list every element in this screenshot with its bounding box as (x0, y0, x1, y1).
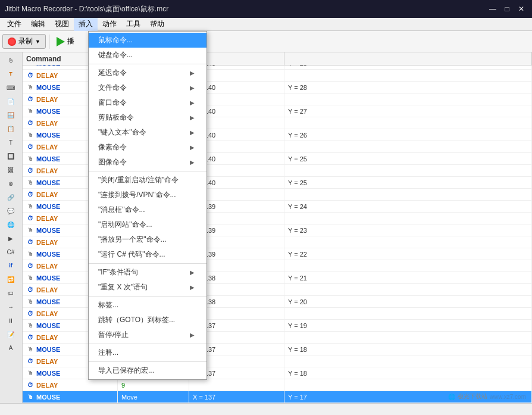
icon-bar-comment[interactable]: 📝 (1, 327, 20, 341)
menu-entry[interactable]: "播放另一个宏"命令... (89, 232, 206, 247)
icon-bar-image[interactable]: 🖼 (1, 163, 20, 176)
cell-y: Y = 26 (284, 129, 532, 141)
icon-bar-macro[interactable]: ▶ (1, 232, 20, 245)
icon-bar-file[interactable]: 📄 (1, 95, 20, 108)
icon-bar-web[interactable]: 🌐 (1, 218, 20, 231)
play-button[interactable]: 播 (52, 33, 79, 51)
icon-bar-if[interactable]: if (1, 259, 20, 272)
cmd-text: MOUSE (36, 251, 60, 258)
cmd-text: DELAY (36, 263, 58, 270)
cmd-text: DELAY (36, 143, 58, 151)
cmd-text: DELAY (36, 310, 58, 317)
title-bar: Jitbit Macro Recorder - D:\tools\桌面\offi… (0, 0, 532, 18)
menu-entry[interactable]: 文件命令▶ (89, 80, 206, 95)
icon-bar-msg[interactable]: 💬 (1, 204, 20, 217)
menu-entry[interactable]: 导入已保存的宏... (89, 363, 206, 378)
menu-view[interactable]: 视图 (50, 18, 74, 31)
cell-y (284, 236, 532, 248)
menu-entry[interactable]: "连接到拨号/VPN"命令... (89, 188, 206, 202)
close-button[interactable]: ✕ (515, 3, 527, 15)
status-bar (0, 403, 532, 415)
cell-y: Y = 23 (284, 224, 532, 236)
icon-bar-label[interactable]: 🏷 (1, 286, 20, 299)
table-row[interactable]: ⏱DELAY9 (23, 379, 532, 391)
menu-help[interactable]: 帮助 (145, 18, 169, 31)
mouse-icon: 🖱 (26, 155, 35, 163)
menu-entry[interactable]: 像素命令▶ (89, 140, 206, 155)
icon-bar-text[interactable]: T (1, 136, 20, 149)
icon-bar-vpn[interactable]: 🔗 (1, 191, 20, 204)
menu-separator (89, 296, 206, 297)
icon-bar-pixel[interactable]: 🔲 (1, 149, 20, 163)
icon-bar-window[interactable]: 🪟 (1, 108, 20, 121)
cell-y: Y = 24 (284, 201, 532, 212)
cell-y: Y = 25 (284, 153, 532, 164)
cell-x (189, 379, 284, 391)
menu-entry-label: 剪贴板命令 (98, 113, 134, 123)
toolbar-sep-1 (49, 35, 49, 49)
cell-y (284, 70, 532, 81)
icon-bar-goto[interactable]: → (1, 300, 20, 313)
submenu-arrow-icon: ▶ (190, 85, 195, 91)
cell-y (284, 93, 532, 105)
menu-entry[interactable]: 窗口命令▶ (89, 95, 206, 110)
menu-bar: 文件 编辑 视图 插入 动作 工具 帮助 (0, 18, 532, 31)
menu-entry[interactable]: 标签... (89, 298, 206, 313)
record-button[interactable]: 录制 ▼ (2, 34, 46, 49)
menu-entry[interactable]: "IF"条件语句▶ (89, 265, 206, 280)
cmd-text: MOUSE (36, 108, 60, 115)
menu-entry-label: 图像命令 (98, 157, 127, 167)
menu-entry-label: "播放另一个宏"命令... (98, 235, 167, 245)
cmd-text: DELAY (36, 358, 58, 365)
menu-entry[interactable]: 跳转（GOTO）到标签... (89, 313, 206, 327)
icon-bar-delay[interactable]: T (1, 67, 20, 80)
submenu-arrow-icon: ▶ (190, 114, 195, 121)
menu-entry-label: 导入已保存的宏... (98, 366, 154, 376)
menu-file[interactable]: 文件 (2, 18, 26, 31)
menu-entry[interactable]: "键入文本"命令▶ (89, 125, 206, 140)
cell-y (284, 260, 532, 272)
cell-y: Y = 22 (284, 248, 532, 260)
menu-entry[interactable]: 延迟命令▶ (89, 65, 206, 80)
mouse-icon: 🖱 (26, 83, 35, 92)
cell-command: ⏱DELAY (23, 379, 118, 391)
icon-bar-close[interactable]: ⊗ (1, 177, 20, 190)
cell-y: Y = 28 (284, 65, 532, 69)
cell-y (284, 141, 532, 152)
icon-bar-keyboard[interactable]: ⌨ (1, 81, 20, 94)
menu-entry-label: "连接到拨号/VPN"命令... (98, 190, 176, 200)
mouse-icon: 🖱 (26, 274, 35, 282)
menu-entry[interactable]: 暂停/停止▶ (89, 327, 206, 342)
menu-entry[interactable]: "关闭/重新启动/注销"命令 (89, 173, 206, 188)
icon-bar-clip[interactable]: 📋 (1, 122, 20, 135)
cmd-text: MOUSE (36, 203, 60, 210)
mouse-icon: 🖱 (26, 322, 35, 330)
icon-bar-import[interactable]: A (1, 341, 20, 354)
menu-edit[interactable]: 编辑 (26, 18, 50, 31)
menu-entry[interactable]: "重复 X 次"语句▶ (89, 280, 206, 295)
menu-entry[interactable]: 键盘命令... (89, 52, 206, 63)
menu-entry-label: 键盘命令... (98, 52, 133, 60)
maximize-button[interactable]: □ (501, 3, 513, 15)
menu-entry[interactable]: 剪贴板命令▶ (89, 110, 206, 125)
icon-bar-mouse[interactable]: 🖱 (1, 54, 20, 67)
menu-action[interactable]: 动作 (98, 18, 121, 31)
menu-entry[interactable]: "运行 C# 代码"命令... (89, 247, 206, 262)
menu-entry[interactable]: "启动网站"命令... (89, 217, 206, 232)
icon-bar-csharp[interactable]: C# (1, 245, 20, 258)
menu-entry[interactable]: "消息框"命令... (89, 202, 206, 217)
icon-bar-loop[interactable]: 🔁 (1, 273, 20, 286)
mouse-icon: 🖱 (26, 250, 35, 258)
minimize-button[interactable]: — (487, 3, 499, 15)
menu-entry[interactable]: 注释... (89, 345, 206, 360)
menu-tools[interactable]: 工具 (121, 18, 145, 31)
cell-y: Y = 28 (284, 82, 532, 93)
watermark: 🌐 极光下载站 www.xz7.com (448, 392, 526, 401)
cell-y: Y = 25 (284, 177, 532, 188)
menu-insert[interactable]: 插入 (74, 18, 98, 31)
icon-bar-pause[interactable]: ⏸ (1, 314, 20, 327)
cmd-text: MOUSE (36, 132, 60, 139)
menu-separator (89, 171, 206, 171)
main-area: 🖱 T ⌨ 📄 🪟 📋 T 🔲 🖼 ⊗ 🔗 💬 🌐 ▶ C# if 🔁 🏷 → … (0, 52, 532, 403)
menu-entry[interactable]: 图像命令▶ (89, 155, 206, 170)
